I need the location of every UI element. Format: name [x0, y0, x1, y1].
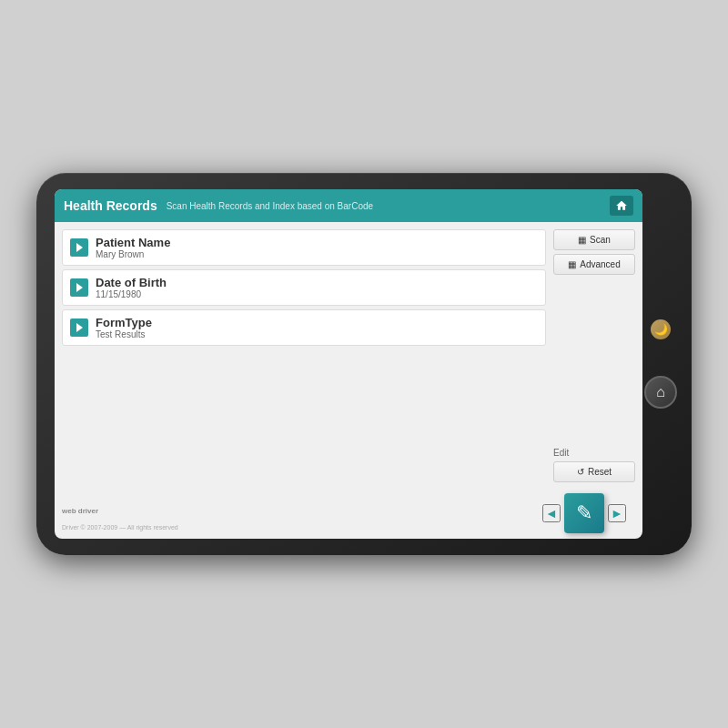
- patient-name-value: Mary Brown: [96, 249, 170, 259]
- field-icon-formtype: [70, 318, 88, 337]
- arrow-icon-dob: [76, 283, 83, 292]
- next-arrow-button[interactable]: ►: [608, 504, 626, 522]
- patient-name-label: Patient Name: [96, 236, 170, 249]
- brand-copyright: Driver © 2007-2009 — All rights reserved: [62, 524, 178, 531]
- scan-thumb-icon: ✎: [576, 501, 592, 525]
- side-buttons: 🌙 ⌂: [648, 310, 673, 418]
- scan-thumbnail[interactable]: ✎: [564, 493, 604, 533]
- field-date-of-birth[interactable]: Date of Birth 11/15/1980: [62, 269, 546, 306]
- field-form-type[interactable]: FormType Test Results: [62, 309, 546, 346]
- arrow-icon: [76, 243, 83, 252]
- navigation-arrows: ◄ ✎ ►: [542, 493, 626, 533]
- arrow-icon-formtype: [76, 323, 83, 332]
- moon-button[interactable]: 🌙: [651, 319, 671, 339]
- field-icon-patient-name: [70, 238, 88, 257]
- header-home-button[interactable]: [610, 196, 633, 216]
- moon-icon: 🌙: [654, 323, 668, 336]
- scan-icon: ▦: [578, 235, 586, 245]
- field-text-patient-name: Patient Name Mary Brown: [96, 236, 170, 259]
- footer-text: web driver Driver © 2007-2009 — All righ…: [62, 508, 178, 531]
- advanced-button[interactable]: ▦ Advanced: [553, 254, 635, 275]
- brand-logo: web driver: [62, 507, 98, 515]
- dob-value: 11/15/1980: [96, 289, 167, 299]
- header-bar: Health Records Scan Health Records and I…: [55, 189, 642, 222]
- field-icon-dob: [70, 278, 88, 297]
- form-panel: Patient Name Mary Brown Date of Birth 11…: [62, 229, 546, 482]
- prev-arrow-button[interactable]: ◄: [542, 504, 561, 522]
- app-title: Health Records: [64, 198, 157, 213]
- dob-label: Date of Birth: [96, 276, 167, 289]
- formtype-value: Test Results: [96, 329, 152, 339]
- app-subtitle: Scan Health Records and Index based on B…: [167, 201, 610, 211]
- hardware-home-button[interactable]: ⌂: [644, 376, 677, 409]
- edit-label: Edit: [553, 448, 635, 458]
- scan-button[interactable]: ▦ Scan: [553, 229, 635, 250]
- reset-icon: ↺: [577, 467, 584, 477]
- screen: Health Records Scan Health Records and I…: [55, 189, 642, 539]
- footer-brand: web driver Driver © 2007-2009 — All righ…: [62, 500, 178, 533]
- advanced-icon: ▦: [568, 259, 576, 269]
- field-text-dob: Date of Birth 11/15/1980: [96, 276, 167, 299]
- formtype-label: FormType: [96, 316, 152, 329]
- bottom-area: web driver Driver © 2007-2009 — All righ…: [55, 490, 642, 539]
- screen-bezel: Health Records Scan Health Records and I…: [55, 189, 642, 539]
- home-icon: [615, 199, 628, 212]
- reset-button[interactable]: ↺ Reset: [553, 461, 635, 482]
- main-content: Patient Name Mary Brown Date of Birth 11…: [55, 222, 642, 490]
- right-panel: ▦ Scan ▦ Advanced Edit ↺ Reset: [553, 229, 635, 482]
- field-patient-name[interactable]: Patient Name Mary Brown: [62, 229, 546, 266]
- field-text-formtype: FormType Test Results: [96, 316, 152, 339]
- device-shell: Health Records Scan Health Records and I…: [36, 173, 692, 555]
- hardware-home-icon: ⌂: [656, 384, 665, 400]
